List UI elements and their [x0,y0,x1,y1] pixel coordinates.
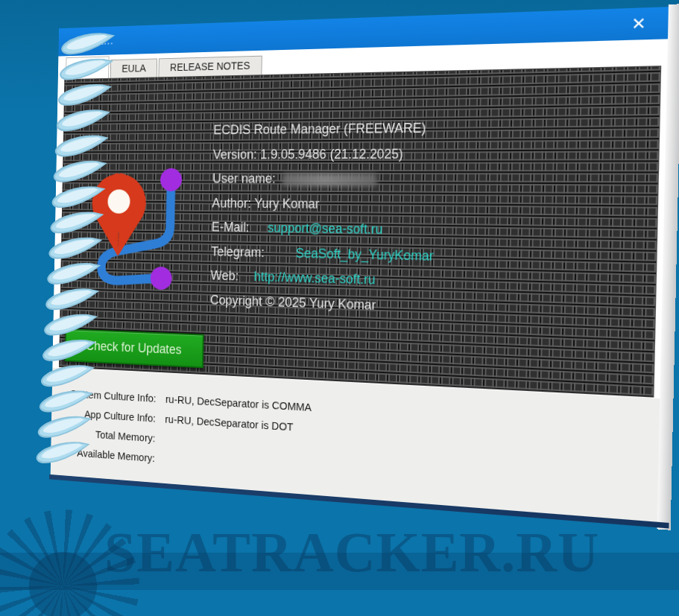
tab-release-notes[interactable]: RELEASE NOTES [158,56,262,77]
web-label: Web: [210,268,239,283]
email-label: E-Mail: [212,220,250,235]
telegram-link[interactable]: SeaSoft_by_YuryKomar [296,245,434,263]
tab-eula[interactable]: EULA [110,58,157,77]
web-link[interactable]: http://www.sea-soft.ru [254,269,376,287]
route-pin-icon [76,157,189,298]
version-line: Version: 1.9.05.9486 (21.12.2025) [212,140,650,167]
watermark-band [0,553,679,590]
user-name-line: User name: [212,167,650,194]
check-for-updates-button[interactable]: Check for Updates [65,328,204,368]
app-title: ECDIS Route Manager (FREEWARE) [213,113,651,143]
window-title: About... [74,27,114,56]
about-text-block: ECDIS Route Manager (FREEWARE) Version: … [210,113,651,328]
about-dialog: About... ✕ INFO EULA RELEASE NOTES ECDIS… [51,7,669,522]
user-name-redacted [282,174,377,186]
user-name-label: User name: [212,171,276,186]
info-panel: ECDIS Route Manager (FREEWARE) Version: … [59,66,661,398]
close-icon[interactable]: ✕ [626,12,651,35]
tab-info[interactable]: INFO [66,56,110,79]
email-link[interactable]: support@sea-soft.ru [268,220,383,237]
telegram-label: Telegram: [211,244,265,259]
